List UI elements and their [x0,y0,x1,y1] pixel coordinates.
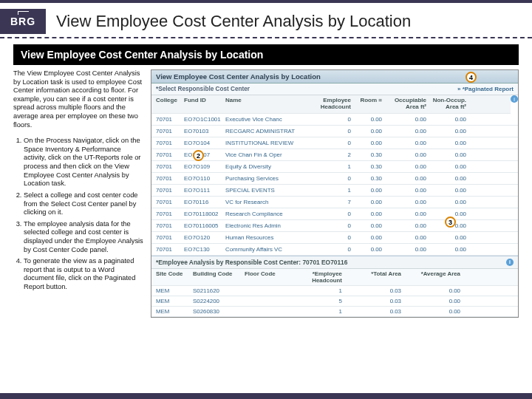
panel-title: View Employee Cost Center Analysis by Lo… [151,70,518,83]
table-row[interactable]: 70701EO7O109Equity & Diversity10.300.000… [151,161,518,173]
bottom-table-header: Site Code Building Code Floor Code *Empl… [151,269,518,286]
bcol-total-area: *Total Area [342,270,401,284]
table-row[interactable]: 70701EO7O110Purchasing Services00.300.00… [151,173,518,185]
table-row[interactable]: MEMS026083010.030.00 [151,307,518,317]
step-1: On the Process Navigator, click on the S… [24,137,145,188]
table-row[interactable]: 70701EO70116005Electronic Res Admin00.00… [151,220,518,232]
paginated-report-button[interactable]: » *Paginated Report [457,86,514,92]
callout-2: 2 [193,150,204,161]
table-row[interactable]: MEMS021162010.030.00 [151,286,518,296]
step-3: The employee analysis data for the selec… [24,220,145,254]
callout-3: 3 [445,216,456,228]
col-room: Room = [352,97,383,112]
col-occupiable: Occupiable Area ft² [383,97,428,112]
bcol-site: Site Code [156,270,193,284]
app-panel: View Employee Cost Center Analysis by Lo… [151,69,519,318]
intro-text: The View Employee Cost Center Analysis b… [13,69,145,129]
step-4: To generate the view as a paginated repo… [24,257,145,291]
bottom-panel-title: *Employee Analysis by Responsible Cost C… [151,256,518,269]
brg-logo: BRG [0,9,46,34]
steps-list: On the Process Navigator, click on the S… [13,137,145,291]
table-row[interactable]: 70701EO7O107Vice Chan Fin & Oper20.300.0… [151,149,518,161]
table-row[interactable]: 70701EO7O1C1001Executive Vice Chanc00.00… [151,114,518,126]
col-college: College [154,97,183,112]
col-nonoccup: Non-Occup. Area ft² [428,97,468,112]
info-icon[interactable]: i [506,259,514,266]
step-2: Select a college and cost center code fr… [24,191,145,217]
col-headcount: Employee Headcount [313,97,352,112]
subheader: View Employee Cost Center Analysis by Lo… [13,44,519,65]
bcol-floor: Floor Code [245,270,289,284]
table-row[interactable]: 70701EO70103RECGARC ADMINISTRAT00.000.00… [151,126,518,137]
info-icon[interactable]: i [511,95,518,103]
header: BRG View Employee Cost Center Analysis b… [0,3,532,38]
bcol-avg-area: *Average Area [401,270,460,284]
bcol-headcount: *Employee Headcount [289,270,342,284]
table-header: College Fund ID Name Employee Headcount … [151,95,511,114]
table-row[interactable]: 70701EO7O111SPECIAL EVENTS10.000.000.00 [151,185,518,197]
table-row[interactable]: 70701EO7C130Community Affairs VC00.000.0… [151,244,518,256]
callout-4: 4 [466,72,477,83]
bcol-building: Building Code [193,270,245,284]
col-name: Name [224,97,313,112]
select-cost-center-label[interactable]: *Select Responsible Cost Center [156,86,250,92]
table-row[interactable]: 70701EO7O104INSTITUTIONAL REVIEW00.000.0… [151,137,518,149]
table-row[interactable]: 70701EO70116VC for Research70.000.000.00 [151,197,518,208]
page-title: View Employee Cost Center Analysis by Lo… [56,12,522,31]
col-fund: Fund ID [183,97,224,112]
table-row[interactable]: 70701EO7O120Human Resources00.000.000.00 [151,232,518,244]
left-column: The View Employee Cost Center Analysis b… [13,69,145,318]
table-row[interactable]: MEMS022420050.030.00 [151,296,518,307]
table-row[interactable]: 70701EO70118002Research Compliance00.000… [151,208,518,220]
